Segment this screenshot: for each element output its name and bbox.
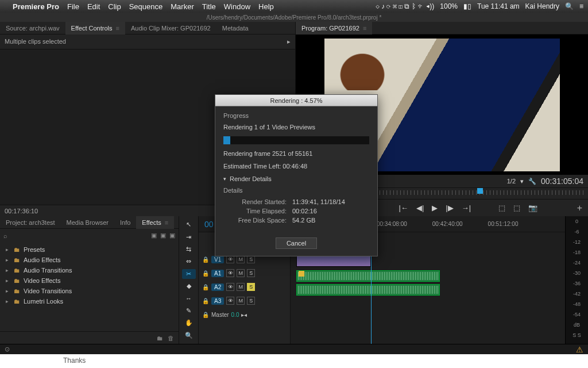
wrench-icon[interactable]: 🔧 bbox=[528, 178, 536, 185]
track-select-tool[interactable]: ⇥ bbox=[182, 232, 196, 241]
track-a3[interactable]: 🔒A3👁MS bbox=[199, 294, 290, 307]
folder-icon: 🖿 bbox=[14, 298, 20, 305]
mute-toggle[interactable]: M bbox=[237, 283, 245, 291]
fx-badge-1-icon[interactable]: ▣ bbox=[151, 232, 157, 239]
lock-icon[interactable]: 🔒 bbox=[202, 312, 209, 318]
mute-toggle[interactable]: M bbox=[237, 297, 245, 305]
clock[interactable]: Tue 11:41 am bbox=[477, 2, 520, 10]
cancel-button[interactable]: Cancel bbox=[276, 237, 317, 249]
battery-icon[interactable]: ▮▯ bbox=[463, 2, 471, 10]
track-label: V1 bbox=[211, 256, 224, 263]
frame-status: Rendering frame 2521 of 55161 bbox=[223, 150, 369, 157]
tab-media-browser[interactable]: Media Browser bbox=[61, 216, 114, 229]
chevron-down-icon[interactable]: ▾ bbox=[520, 178, 524, 185]
folder-label: Audio Effects bbox=[24, 256, 61, 263]
folder-video-transitions[interactable]: ▸🖿Video Transitions bbox=[0, 286, 179, 296]
creative-cloud-icon[interactable]: ⊙ bbox=[5, 346, 10, 353]
tab-source[interactable]: Source: archpi.wav bbox=[0, 22, 65, 34]
battery-percent[interactable]: 100% bbox=[440, 2, 458, 10]
track-a1[interactable]: 🔒A1👁MS bbox=[199, 267, 290, 279]
trash-icon[interactable]: 🗑 bbox=[168, 335, 174, 342]
menu-clip[interactable]: Clip bbox=[108, 2, 121, 11]
folder-lumetri[interactable]: ▸🖿Lumetri Looks bbox=[0, 296, 179, 306]
fx-badge-3-icon[interactable]: ▣ bbox=[169, 232, 175, 239]
status-icons[interactable]: ◇ ♪ ⟳ ⌘ ◫ ⧉ ᛒ ᯤ ◀)) bbox=[376, 2, 435, 10]
eye-icon[interactable]: 👁 bbox=[226, 283, 234, 291]
meter-tick: -6 bbox=[574, 229, 579, 235]
lock-icon[interactable]: 🔒 bbox=[202, 284, 209, 290]
playhead-marker[interactable] bbox=[477, 188, 483, 194]
pen-tool[interactable]: ✎ bbox=[182, 306, 196, 316]
tab-metadata[interactable]: Metadata bbox=[216, 22, 254, 34]
tab-audio-mixer[interactable]: Audio Clip Mixer: GP021692 bbox=[125, 22, 216, 34]
panel-menu-icon[interactable]: ≡ bbox=[116, 25, 119, 32]
menu-title[interactable]: Title bbox=[202, 2, 216, 11]
program-scale[interactable]: 1/2 bbox=[507, 178, 516, 185]
go-to-in-icon[interactable]: |← bbox=[399, 204, 408, 212]
solo-toggle[interactable]: S bbox=[247, 269, 255, 277]
razor-tool[interactable]: ◆ bbox=[182, 281, 196, 291]
folder-icon: 🖿 bbox=[14, 277, 20, 284]
rolling-tool[interactable]: ⇔ bbox=[182, 256, 196, 266]
play-icon[interactable]: ▶ bbox=[432, 204, 438, 212]
meter-solo[interactable]: S S bbox=[572, 332, 581, 338]
spotlight-icon[interactable]: 🔍 bbox=[565, 2, 574, 10]
user-name[interactable]: Kai Hendry bbox=[525, 2, 559, 10]
folder-audio-transitions[interactable]: ▸🖿Audio Transitions bbox=[0, 265, 179, 275]
new-bin-icon[interactable]: 🖿 bbox=[157, 335, 163, 342]
solo-toggle[interactable]: S bbox=[247, 283, 255, 291]
menu-window[interactable]: Window bbox=[224, 2, 250, 11]
chevron-right-icon[interactable]: ▸ bbox=[287, 38, 291, 45]
tab-info[interactable]: Info bbox=[114, 216, 136, 229]
step-back-icon[interactable]: ◀| bbox=[416, 204, 424, 212]
selection-tool[interactable]: ↖ bbox=[182, 220, 196, 229]
zoom-tool[interactable]: 🔍 bbox=[182, 331, 196, 340]
eye-icon[interactable]: 👁 bbox=[226, 255, 234, 263]
fx-badge-2-icon[interactable]: ▣ bbox=[160, 232, 166, 239]
folder-video-effects[interactable]: ▸🖿Video Effects bbox=[0, 275, 179, 286]
menu-sequence[interactable]: Sequence bbox=[129, 2, 163, 11]
extract-icon[interactable]: ⬚ bbox=[513, 204, 520, 212]
lock-icon[interactable]: 🔒 bbox=[202, 298, 209, 304]
solo-toggle[interactable]: S bbox=[247, 297, 255, 305]
step-fwd-icon[interactable]: |▶ bbox=[446, 204, 453, 212]
audio-clip-2[interactable] bbox=[296, 284, 440, 296]
slip-tool[interactable]: ↔ bbox=[182, 293, 196, 303]
tab-project[interactable]: Project: arch3test bbox=[0, 216, 61, 229]
tab-effects[interactable]: Effects≡ bbox=[136, 216, 174, 229]
folder-presets[interactable]: ▸🖿Presets bbox=[0, 244, 179, 255]
ripple-tool[interactable]: ⇆ bbox=[182, 244, 196, 254]
keyframe-icon[interactable]: ▸◂ bbox=[241, 312, 247, 318]
eye-icon[interactable]: 👁 bbox=[226, 269, 234, 277]
panel-menu-icon[interactable]: ≡ bbox=[165, 219, 168, 226]
track-master[interactable]: 🔒Master0.0▸◂ bbox=[199, 308, 290, 321]
app-name[interactable]: Premiere Pro bbox=[13, 2, 59, 11]
audio-clip-1[interactable] bbox=[296, 270, 440, 282]
details-section[interactable]: ▾Render Details bbox=[223, 175, 369, 182]
lock-icon[interactable]: 🔒 bbox=[202, 256, 209, 263]
menu-help[interactable]: Help bbox=[258, 2, 274, 11]
rate-stretch-tool[interactable]: ✂ bbox=[182, 269, 196, 279]
menu-edit[interactable]: Edit bbox=[87, 2, 100, 11]
mute-toggle[interactable]: M bbox=[237, 269, 245, 277]
eye-icon[interactable]: 👁 bbox=[226, 297, 234, 305]
lock-icon[interactable]: 🔒 bbox=[202, 270, 209, 277]
mute-toggle[interactable]: M bbox=[237, 255, 245, 263]
warning-icon[interactable]: ⚠ bbox=[576, 345, 583, 354]
panel-menu-icon[interactable]: ≡ bbox=[363, 25, 366, 32]
solo-toggle[interactable]: S bbox=[247, 255, 255, 263]
menu-file[interactable]: File bbox=[67, 2, 79, 11]
track-a2[interactable]: 🔒A2👁MS bbox=[199, 281, 290, 293]
export-frame-icon[interactable]: 📷 bbox=[528, 204, 537, 212]
hand-tool[interactable]: ✋ bbox=[182, 318, 196, 328]
menu-marker[interactable]: Marker bbox=[171, 2, 194, 11]
tab-program[interactable]: Program: GP021692≡ bbox=[296, 22, 372, 34]
button-editor-icon[interactable]: + bbox=[577, 203, 582, 213]
search-input[interactable] bbox=[11, 231, 148, 240]
menu-icon[interactable]: ≡ bbox=[579, 2, 583, 10]
track-label: A3 bbox=[211, 297, 224, 305]
folder-audio-effects[interactable]: ▸🖿Audio Effects bbox=[0, 255, 179, 265]
tab-effect-controls[interactable]: Effect Controls≡ bbox=[65, 22, 125, 34]
go-to-out-icon[interactable]: →| bbox=[462, 204, 471, 212]
lift-icon[interactable]: ⬚ bbox=[498, 204, 505, 212]
